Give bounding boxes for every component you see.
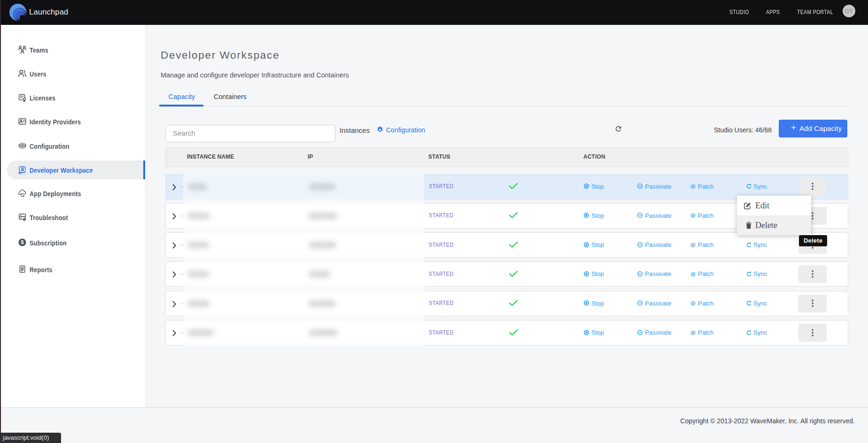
svg-text:$: $ (21, 239, 24, 245)
